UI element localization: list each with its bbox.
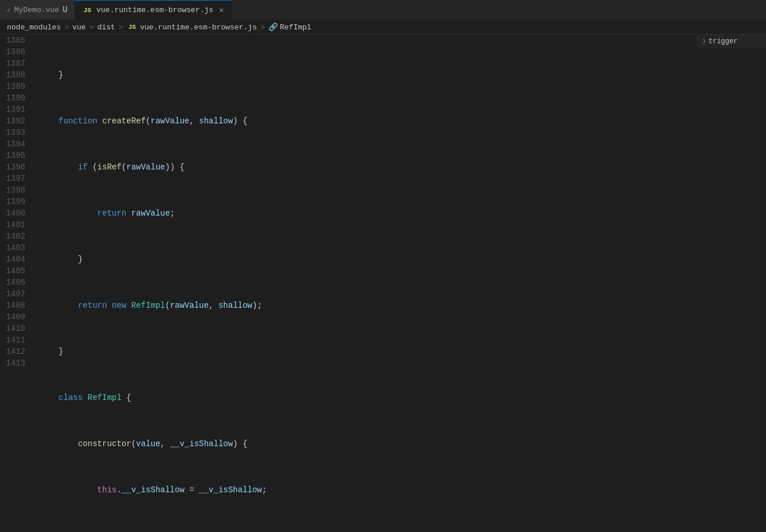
breadcrumb-js-badge: JS — [127, 24, 138, 31]
line-num-1412: 1412 — [5, 346, 25, 357]
code-line-1394: this.__v_isShallow = __v_isShallow; — [39, 484, 766, 496]
line-num-1410: 1410 — [5, 323, 25, 334]
breadcrumb: node_modules > vue > dist > JS vue.runti… — [0, 20, 766, 35]
line-num-1398: 1398 — [5, 184, 25, 196]
tab-mydemo-label: MyDemo.vue — [14, 6, 59, 14]
line-num-1406: 1406 — [5, 277, 25, 288]
line-num-1396: 1396 — [5, 161, 25, 173]
line-num-1409: 1409 — [5, 311, 25, 323]
breadcrumb-part-5: RefImpl — [280, 23, 312, 32]
right-panel: ❯ trigger — [697, 35, 766, 48]
code-container: 1385 1386 1387 1388 1389 1390 1391 1392 … — [0, 35, 766, 530]
line-num-1397: 1397 — [5, 173, 25, 184]
code-line-1391: } — [39, 346, 766, 357]
tab-mydemo[interactable]: ✓ MyDemo.vue U — [0, 0, 75, 20]
line-num-1403: 1403 — [5, 242, 25, 254]
line-num-1411: 1411 — [5, 334, 25, 346]
code-line-1393: constructor(value, __v_isShallow) { — [39, 438, 766, 450]
line-num-1401: 1401 — [5, 219, 25, 231]
breadcrumb-sym-icon: 🔗 — [269, 22, 278, 32]
line-num-1404: 1404 — [5, 254, 25, 265]
line-num-1392: 1392 — [5, 115, 25, 127]
tab-close-button[interactable]: ✕ — [219, 5, 224, 15]
line-numbers: 1385 1386 1387 1388 1389 1390 1391 1392 … — [0, 35, 35, 530]
line-num-1385: 1385 — [5, 35, 25, 46]
right-panel-label: trigger — [708, 37, 737, 46]
breadcrumb-sep-3: > — [119, 23, 123, 32]
code-line-1386: function createRef(rawValue, shallow) { — [39, 115, 766, 127]
breadcrumb-part-2: vue — [72, 23, 85, 32]
line-num-1390: 1390 — [5, 92, 25, 104]
line-num-1393: 1393 — [5, 127, 25, 138]
code-line-1388: return rawValue; — [39, 207, 766, 219]
line-num-1395: 1395 — [5, 150, 25, 161]
line-num-1394: 1394 — [5, 138, 25, 150]
breadcrumb-part-1: node_modules — [7, 23, 61, 32]
code-line-1385: } — [39, 69, 766, 81]
breadcrumb-part-3: dist — [97, 23, 115, 32]
code-editor[interactable]: } function createRef(rawValue, shallow) … — [35, 35, 766, 530]
line-num-1405: 1405 — [5, 265, 25, 277]
line-num-1413: 1413 — [5, 357, 25, 369]
vue-icon: ✓ — [7, 6, 11, 14]
breadcrumb-sep-2: > — [89, 23, 94, 32]
line-num-1388: 1388 — [5, 69, 25, 81]
line-num-1400: 1400 — [5, 207, 25, 219]
tab-mydemo-modified: U — [63, 5, 67, 14]
breadcrumb-sep-4: > — [261, 23, 265, 32]
line-num-1407: 1407 — [5, 288, 25, 300]
line-num-1386: 1386 — [5, 46, 25, 58]
code-line-1389: } — [39, 254, 766, 265]
line-num-1408: 1408 — [5, 300, 25, 311]
chevron-right-icon: ❯ — [702, 37, 706, 46]
line-num-1389: 1389 — [5, 81, 25, 92]
code-line-1392: class RefImpl { — [39, 392, 766, 403]
code-line-1390: return new RefImpl(rawValue, shallow); — [39, 300, 766, 311]
tab-vueruntime-label: vue.runtime.esm-browser.js — [96, 6, 213, 14]
line-num-1402: 1402 — [5, 231, 25, 242]
code-line-1387: if (isRef(rawValue)) { — [39, 161, 766, 173]
breadcrumb-part-4: vue.runtime.esm-browser.js — [140, 23, 257, 32]
tab-vueruntime[interactable]: JS vue.runtime.esm-browser.js ✕ — [75, 0, 231, 20]
line-num-1387: 1387 — [5, 58, 25, 69]
breadcrumb-sep-1: > — [65, 23, 69, 32]
line-num-1399: 1399 — [5, 196, 25, 207]
line-num-1391: 1391 — [5, 104, 25, 115]
js-icon: JS — [82, 6, 93, 14]
tab-bar: ✓ MyDemo.vue U JS vue.runtime.esm-browse… — [0, 0, 766, 20]
